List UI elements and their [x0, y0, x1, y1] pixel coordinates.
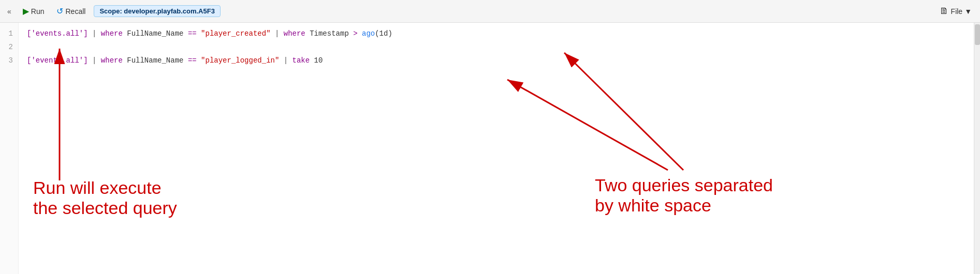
collapse-icon: «	[7, 7, 11, 16]
run-icon: ▶	[23, 6, 29, 16]
code-line-2	[27, 40, 966, 54]
scrollbar[interactable]	[974, 23, 980, 274]
collapse-button[interactable]: «	[4, 5, 14, 18]
recall-button[interactable]: ↺ Recall	[52, 4, 90, 18]
scope-badge: Scope: developer.playfab.com.A5F3	[94, 5, 221, 17]
code-editor[interactable]: ['events.all'] | where FullName_Name == …	[19, 23, 974, 274]
editor-area: 1 2 3 ['events.all'] | where FullName_Na…	[0, 23, 980, 274]
line-numbers: 1 2 3	[0, 23, 19, 274]
run-button[interactable]: ▶ Run	[19, 4, 49, 18]
file-button[interactable]: 🗎 File ▼	[935, 4, 976, 19]
code-line-3: ['events.all'] | where FullName_Name == …	[27, 54, 966, 67]
scrollbar-thumb[interactable]	[975, 24, 980, 45]
toolbar: « ▶ Run ↺ Recall Scope: developer.playfa…	[0, 0, 980, 23]
file-icon: 🗎	[940, 6, 949, 17]
line-number-2: 2	[0, 40, 13, 54]
line-number-3: 3	[0, 54, 13, 67]
recall-label: Recall	[65, 7, 85, 16]
recall-icon: ↺	[56, 6, 63, 16]
scope-text: Scope: developer.playfab.com.A5F3	[99, 7, 215, 15]
file-label: File	[951, 7, 963, 16]
chevron-down-icon: ▼	[964, 7, 972, 16]
line-number-1: 1	[0, 27, 13, 40]
code-line-1: ['events.all'] | where FullName_Name == …	[27, 27, 966, 40]
run-label: Run	[31, 7, 45, 16]
